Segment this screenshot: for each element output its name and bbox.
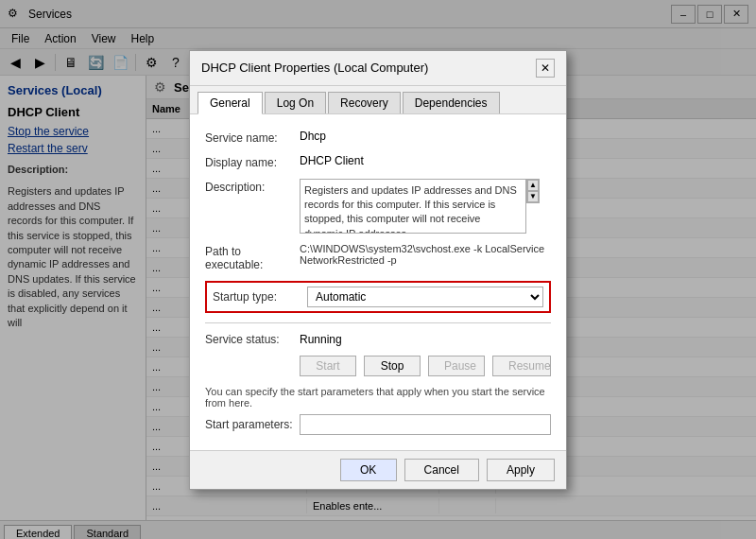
- modal-dialog: DHCP Client Properties (Local Computer) …: [189, 50, 567, 490]
- modal-tab-dependencies[interactable]: Dependencies: [403, 92, 500, 113]
- service-status-value: Running: [300, 333, 342, 346]
- stop-button[interactable]: Stop: [364, 356, 421, 376]
- modal-overlay: DHCP Client Properties (Local Computer) …: [0, 0, 756, 539]
- description-scrollbar: ▲ ▼: [526, 179, 540, 203]
- service-name-row: Service name: Dhcp: [205, 130, 551, 145]
- cancel-button[interactable]: Cancel: [404, 459, 479, 481]
- service-name-value: Dhcp: [300, 130, 326, 143]
- path-label: Path to executable:: [205, 243, 300, 271]
- modal-title: DHCP Client Properties (Local Computer): [201, 61, 428, 75]
- scroll-up[interactable]: ▲: [527, 180, 539, 191]
- ok-button[interactable]: OK: [340, 459, 397, 481]
- start-params-label: Start parameters:: [205, 418, 300, 431]
- description-textarea[interactable]: [300, 179, 526, 234]
- display-name-value: DHCP Client: [300, 154, 364, 167]
- modal-title-bar: DHCP Client Properties (Local Computer) …: [190, 51, 566, 86]
- modal-content: Service name: Dhcp Display name: DHCP Cl…: [190, 114, 566, 450]
- modal-close-button[interactable]: ✕: [536, 59, 555, 78]
- modal-tab-general[interactable]: General: [198, 92, 263, 114]
- start-params-input[interactable]: [300, 414, 551, 435]
- display-name-label: Display name:: [205, 154, 300, 169]
- start-button[interactable]: Start: [300, 356, 356, 376]
- start-params-text: You can specify the start parameters tha…: [205, 386, 551, 409]
- pause-button[interactable]: Pause: [428, 356, 485, 376]
- startup-select[interactable]: Automatic Automatic (Delayed Start) Manu…: [307, 287, 543, 307]
- modal-tab-logon[interactable]: Log On: [265, 92, 326, 113]
- start-params-row: Start parameters:: [205, 414, 551, 435]
- path-value: C:\WINDOWS\system32\svchost.exe -k Local…: [300, 243, 551, 266]
- modal-tabs: General Log On Recovery Dependencies: [190, 86, 566, 114]
- description-row: Description: ▲ ▼: [205, 179, 551, 234]
- apply-button[interactable]: Apply: [487, 459, 555, 481]
- modal-footer: OK Cancel Apply: [190, 450, 566, 489]
- scroll-down[interactable]: ▼: [527, 191, 539, 202]
- service-name-label: Service name:: [205, 130, 300, 145]
- service-status-label: Service status:: [205, 333, 300, 346]
- resume-button[interactable]: Resume: [492, 356, 551, 376]
- startup-row: Startup type: Automatic Automatic (Delay…: [205, 281, 551, 313]
- separator-1: [205, 322, 551, 323]
- modal-tab-recovery[interactable]: Recovery: [328, 92, 401, 113]
- description-wrapper: ▲ ▼: [300, 179, 540, 234]
- action-buttons-row: Start Stop Pause Resume: [205, 356, 551, 376]
- display-name-row: Display name: DHCP Client: [205, 154, 551, 169]
- startup-label: Startup type:: [213, 290, 307, 304]
- path-row: Path to executable: C:\WINDOWS\system32\…: [205, 243, 551, 271]
- service-status-row: Service status: Running: [205, 333, 551, 346]
- description-label: Description:: [205, 179, 300, 194]
